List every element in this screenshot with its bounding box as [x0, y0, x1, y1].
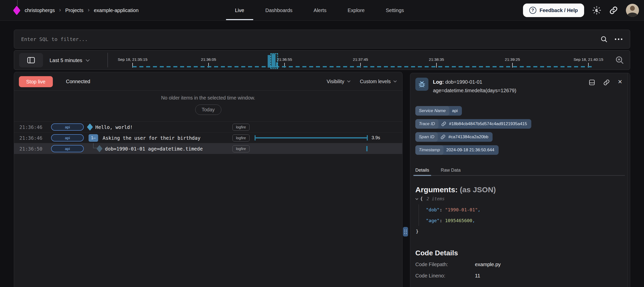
more-options-icon[interactable]	[615, 38, 622, 40]
log-header-dropdowns: Visibility Custom levels	[327, 72, 396, 91]
today-button[interactable]: Today	[195, 105, 221, 115]
log-details-panel: Log: dob=1990-01-01 age=datetime.timedel…	[410, 73, 630, 287]
collapse-children-badge[interactable]: 1–	[89, 134, 98, 142]
timeline-selection-window[interactable]	[270, 53, 278, 69]
copy-link-button[interactable]	[603, 79, 610, 86]
timeline-tick-label: 21:39:25	[505, 57, 520, 62]
log-diamond-icon	[87, 123, 93, 131]
user-avatar[interactable]	[626, 4, 639, 17]
tab-settings[interactable]: Settings	[386, 0, 404, 21]
close-button[interactable]: ✕	[618, 79, 622, 85]
tab-explore[interactable]: Explore	[348, 0, 365, 21]
help-question-icon: ?	[529, 7, 536, 14]
grip-dots-icon	[404, 230, 405, 234]
tab-live[interactable]: Live	[235, 0, 244, 21]
service-pill[interactable]: api	[51, 134, 84, 141]
span-duration-label: 3.9s	[372, 132, 380, 143]
trace-id-badge[interactable]: Trace ID #18b84cb4847b5d574c4ad9121935a4…	[415, 119, 531, 129]
details-tabs: Details Raw Data	[415, 165, 625, 176]
log-diamond-icon	[96, 145, 102, 152]
service-name-badge[interactable]: Service Name api	[415, 106, 462, 116]
panel-resize-handle[interactable]	[403, 227, 408, 236]
avatar-head	[630, 6, 635, 11]
sql-filter-input[interactable]	[14, 30, 600, 48]
timeline-panel: Last 5 minutes Sep 18, 21:35:15 21:36:05…	[14, 50, 630, 70]
visibility-dropdown[interactable]: Visibility	[327, 79, 350, 84]
tree-connector	[93, 143, 94, 148]
details-header: Log: dob=1990-01-01 age=datetime.timedel…	[415, 78, 622, 95]
logfire-app: christophergs › Projects › example-appli…	[0, 0, 644, 287]
tab-details[interactable]: Details	[415, 165, 429, 175]
details-scrollbar[interactable]	[628, 73, 630, 287]
share-link-button[interactable]	[609, 6, 618, 15]
breadcrumb: christophergs › Projects › example-appli…	[14, 0, 139, 21]
timestamp-badge[interactable]: Timestamp 2024-09-18 21:36:50.644	[415, 145, 499, 155]
span-id-badge[interactable]: Span ID #ca741384ca2a20bb	[415, 132, 493, 142]
timeline-divider	[107, 53, 108, 67]
custom-levels-dropdown[interactable]: Custom levels	[360, 79, 396, 84]
log-message: dob=1990-01-01 age=datetime.timede	[105, 143, 203, 154]
log-time: 21:36:50	[19, 143, 43, 154]
empty-window-message: No older items in the selected time wind…	[14, 95, 402, 101]
json-root-line[interactable]: {2 items	[416, 193, 480, 204]
log-row-hello-world[interactable]: 21:36:46 api Hello, world! logfire	[14, 122, 402, 132]
timeline-zoom-button[interactable]	[615, 55, 624, 66]
connection-status: Connected	[66, 72, 90, 91]
tab-alerts[interactable]: Alerts	[314, 0, 327, 21]
tab-raw-data[interactable]: Raw Data	[441, 165, 461, 175]
breadcrumb-projects[interactable]: Projects	[65, 8, 83, 13]
link-icon	[609, 6, 618, 15]
live-log-panel: Stop live Connected Visibility Custom le…	[14, 72, 403, 287]
filter-bar-icons	[600, 35, 630, 43]
span-row-birthday[interactable]: 21:36:46 api 1– Asking the user for thei…	[14, 132, 402, 143]
logfire-tag[interactable]: logfire	[232, 134, 250, 141]
log-message: Hello, world!	[95, 122, 133, 132]
json-items-count: 2 items	[427, 196, 445, 201]
breadcrumb-workspace[interactable]: christophergs	[25, 8, 55, 13]
chevron-down-icon	[393, 79, 397, 82]
timeline-baseline[interactable]	[133, 66, 593, 67]
chevron-right-icon: ›	[59, 7, 61, 14]
navbar-right-group: ? Feedback / Help	[523, 0, 639, 21]
log-row-dob-selected[interactable]: 21:36:50 api dob=1990-01-01 age=datetime…	[14, 143, 402, 154]
sidebar-toggle-button[interactable]	[19, 53, 43, 67]
breadcrumb-project-name[interactable]: example-application	[94, 8, 139, 13]
main-nav-tabs: Live Dashboards Alerts Explore Settings	[235, 0, 404, 21]
log-time-marker	[366, 146, 368, 151]
tab-dashboards[interactable]: Dashboards	[265, 0, 293, 21]
panel-split-icon	[589, 79, 595, 86]
stop-live-button[interactable]: Stop live	[19, 76, 53, 87]
time-range-dropdown[interactable]: Last 5 minutes	[50, 51, 89, 70]
search-icon[interactable]	[600, 35, 608, 43]
live-log-header: Stop live Connected Visibility Custom le…	[14, 72, 402, 91]
link-icon	[441, 121, 446, 126]
log-time: 21:36:46	[19, 132, 43, 143]
json-entry-dob: "dob":"1990-01-01",	[416, 204, 480, 215]
logfire-logo-icon[interactable]	[13, 6, 21, 15]
log-rows: 21:36:46 api Hello, world! logfire 21:36…	[14, 121, 402, 154]
split-panel-button[interactable]	[589, 79, 595, 86]
code-lineno-row: Code Lineno: 11	[415, 273, 480, 279]
top-navbar: christophergs › Projects › example-appli…	[0, 0, 644, 21]
theme-toggle-button[interactable]	[592, 6, 601, 15]
span-duration-bar[interactable]	[255, 135, 368, 140]
service-pill[interactable]: api	[51, 123, 84, 131]
logfire-tag[interactable]: logfire	[232, 145, 250, 152]
timeline-tick-label: Sep 18, 21:35:15	[118, 57, 147, 62]
grip-dots-icon	[406, 230, 407, 234]
feedback-help-button[interactable]: ? Feedback / Help	[523, 4, 584, 17]
log-type-badge	[415, 78, 428, 91]
collapse-chevron-icon[interactable]	[415, 197, 418, 200]
timeline-tick-label: Sep 18, 21:40:15	[574, 57, 603, 62]
timeline-tick-label: 21:36:05	[201, 57, 216, 62]
details-title: Log: dob=1990-01-01 age=datetime.timedel…	[433, 78, 544, 95]
link-icon	[440, 134, 446, 139]
logfire-tag[interactable]: logfire	[232, 124, 250, 131]
service-pill[interactable]: api	[51, 145, 84, 152]
timeline-tick-label: 21:36:55	[277, 57, 292, 62]
timeline-activity-bar[interactable]	[268, 55, 270, 68]
time-range-label: Last 5 minutes	[50, 58, 82, 63]
panel-left-icon	[27, 57, 35, 64]
span-message: Asking the user for their birthday	[103, 132, 200, 143]
code-filepath-row: Code Filepath: example.py	[415, 262, 501, 267]
